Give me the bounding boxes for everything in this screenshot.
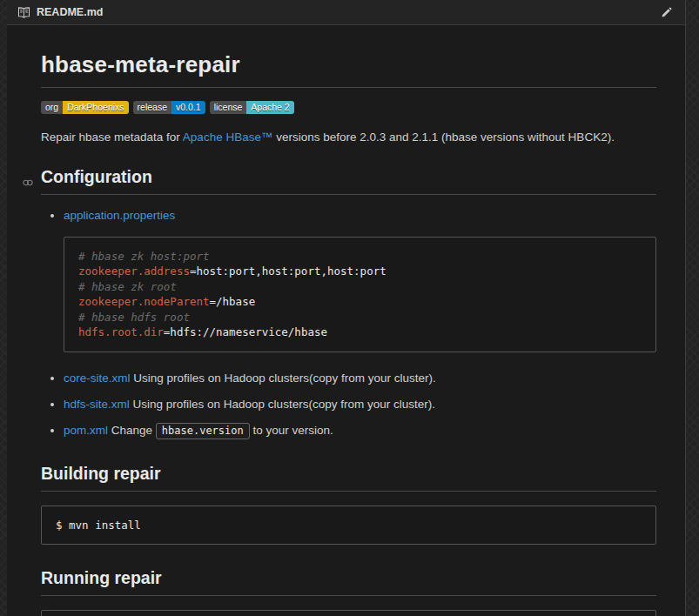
properties-code-block: # hbase zk host:portzookeeper.address=ho… xyxy=(64,237,656,352)
tab-bar: README.md xyxy=(7,0,685,25)
pom-link[interactable]: pom.xml xyxy=(64,424,108,437)
hbase-version-inline-code: hbase.version xyxy=(156,423,250,439)
pom-text-a: Change xyxy=(108,424,156,437)
build-code-block: $ mvn install xyxy=(41,506,656,546)
intro-paragraph: Repair hbase metadata for Apache HBase™ … xyxy=(41,129,656,146)
code-comment: # hbase zk host:port xyxy=(78,250,210,263)
building-repair-heading-text: Building repair xyxy=(41,464,161,483)
badge-license: license Apache 2 xyxy=(210,101,294,114)
code-comment: # hbase hdfs root xyxy=(78,311,190,324)
badge-release-value: v0.0.1 xyxy=(171,101,205,114)
intro-text-pre: Repair hbase metadata for xyxy=(41,131,183,144)
book-icon xyxy=(17,6,30,19)
badge-license-value: Apache 2 xyxy=(246,101,293,114)
badge-release: release v0.0.1 xyxy=(133,101,205,114)
link-icon[interactable] xyxy=(22,173,34,193)
application-properties-link[interactable]: application.properties xyxy=(64,209,175,222)
code-line: hdfs.root.dir=hdfs://nameservice/hbase xyxy=(78,325,642,340)
page-title: hbase-meta-repair xyxy=(41,51,656,88)
config-list: application.properties # hbase zk host:p… xyxy=(41,207,656,440)
tab-title: README.md xyxy=(37,6,103,18)
code-value: =hdfs://nameservice/hbase xyxy=(164,325,327,338)
running-repair-heading: Running repair xyxy=(41,568,656,596)
code-line: zookeeper.address=host:port,host:port,ho… xyxy=(78,264,642,279)
pom-text-b: to your version. xyxy=(250,424,333,437)
badge-license-label: license xyxy=(210,101,247,114)
core-site-text: Using profiles on Hadoop clusters(copy f… xyxy=(131,372,436,385)
code-line: zookeeper.nodeParent=/hbase xyxy=(78,294,642,310)
badge-org-label: org xyxy=(41,101,63,114)
readme-panel: README.md hbase-meta-repair org DarkPhoe… xyxy=(7,0,686,616)
code-comment: # hbase zk root xyxy=(78,280,177,293)
core-site-link[interactable]: core-site.xml xyxy=(64,372,131,385)
build-command: $ mvn install xyxy=(56,519,141,532)
hdfs-site-text: Using profiles on Hadoop clusters(copy f… xyxy=(130,398,435,411)
code-key: zookeeper.address xyxy=(78,264,190,278)
list-item-application-properties: application.properties # hbase zk host:p… xyxy=(64,207,656,352)
pencil-icon xyxy=(660,6,673,19)
badges-row: org DarkPhoenixs release v0.0.1 license … xyxy=(41,101,656,114)
run-code-block: $ java -jar -Drepair.tableName={tableNam… xyxy=(41,610,656,616)
apache-hbase-link[interactable]: Apache HBase™ xyxy=(183,131,273,144)
code-line: # hbase hdfs root xyxy=(78,310,642,325)
list-item-pom: pom.xml Change hbase.version to your ver… xyxy=(64,422,656,439)
badge-release-label: release xyxy=(133,101,171,114)
code-value: =host:port,host:port,host:port xyxy=(190,264,386,278)
configuration-heading-text: Configuration xyxy=(41,167,152,186)
code-value: =/hbase xyxy=(210,295,256,308)
running-repair-heading-text: Running repair xyxy=(41,568,162,587)
badge-org-value: DarkPhoenixs xyxy=(63,101,128,114)
code-line: # hbase zk host:port xyxy=(78,249,642,264)
tab-readme[interactable]: README.md xyxy=(17,6,103,19)
code-key: zookeeper.nodeParent xyxy=(78,295,210,308)
code-line: # hbase zk root xyxy=(78,279,642,295)
readme-content: hbase-meta-repair org DarkPhoenixs relea… xyxy=(7,25,685,616)
list-item-hdfs-site: hdfs-site.xml Using profiles on Hadoop c… xyxy=(64,396,656,413)
edit-button[interactable] xyxy=(658,4,675,21)
list-item-core-site: core-site.xml Using profiles on Hadoop c… xyxy=(64,370,656,387)
configuration-heading: Configuration xyxy=(41,167,656,195)
badge-org: org DarkPhoenixs xyxy=(41,101,129,114)
building-repair-heading: Building repair xyxy=(41,464,656,492)
intro-text-post: versions before 2.0.3 and 2.1.1 (hbase v… xyxy=(272,131,614,144)
hdfs-site-link[interactable]: hdfs-site.xml xyxy=(64,398,130,411)
code-key: hdfs.root.dir xyxy=(78,325,164,338)
